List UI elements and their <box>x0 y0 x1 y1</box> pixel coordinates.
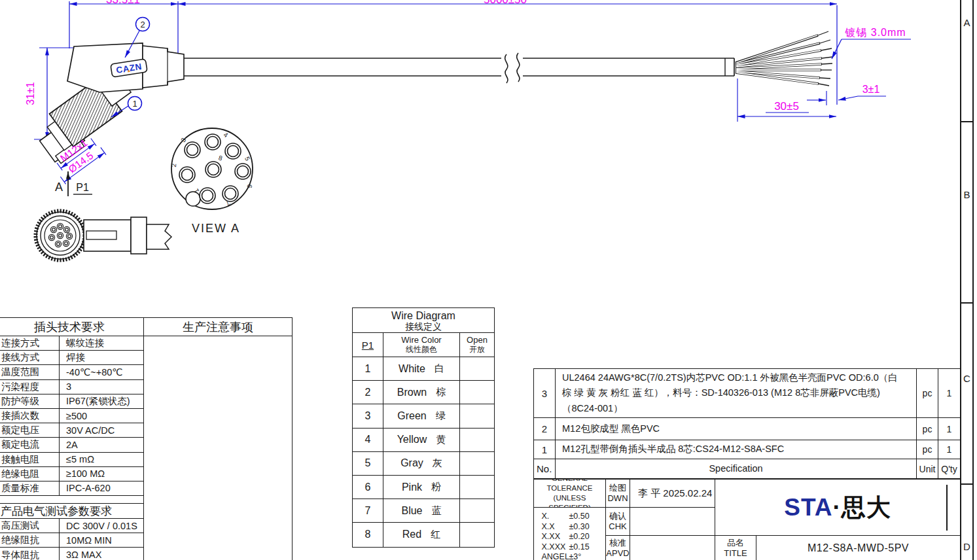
table-gap <box>0 496 143 504</box>
section-letter: A <box>55 181 63 194</box>
dimension-3: 3±1 <box>807 84 886 105</box>
zone-letter-d: D <box>960 541 974 552</box>
svg-text:2: 2 <box>140 20 145 29</box>
right-angle-connector <box>40 43 184 166</box>
bom-row: 2M12包胶成型 黑色PVCpc1 <box>534 418 960 440</box>
svg-text:1: 1 <box>132 99 137 109</box>
svg-text:3±1: 3±1 <box>862 84 880 95</box>
tolerance-list: X.±0.50 X.X±0.30 X.XX±0.20 X.XXX±0.15 AN… <box>534 508 606 560</box>
zone-letter-a: A <box>960 17 974 28</box>
wire-diagram-title-cn: 接线定义 <box>405 322 442 332</box>
zone-letter-b: B <box>960 189 974 200</box>
part-number: M12-S8A-MWD-5PV <box>756 536 960 560</box>
dwn-value: 李 平 2025.02.24 <box>630 480 715 508</box>
view-a-label: VIEW A <box>192 222 240 235</box>
bom-row: 1M12孔型带倒角插头半成品 8芯:CS24-M12-S8A-SFCpc1 <box>534 440 960 459</box>
tech-table-title: 插头技术要求 <box>0 318 143 336</box>
chk-value <box>630 508 715 536</box>
wire-row: 3Green绿 <box>353 404 494 428</box>
wire-row: 6Pink粉 <box>353 476 494 499</box>
electrical-test-title: 产品电气测试参数要求 <box>0 504 143 519</box>
zone-border-strip <box>960 0 974 560</box>
bom-row: 3UL2464 24AWG*8C(7/0.2TS)内芯PVC OD:1.1 外被… <box>534 369 960 418</box>
wire-row: 5Gray灰 <box>353 452 494 476</box>
section-port: P1 <box>76 182 89 193</box>
cable <box>184 53 734 83</box>
dimension-5000: 5000±50 <box>178 0 837 105</box>
wire-row: 1White白 <box>353 357 494 381</box>
col-p1: P1 <box>362 340 374 351</box>
svg-text:30±5: 30±5 <box>774 100 799 113</box>
bom-header-row: No.SpecificationUnitQ'ty <box>534 459 960 478</box>
apvd-label: 核准APVD <box>606 536 630 560</box>
keyway-notch <box>186 192 200 206</box>
title-block: GENERAL TOLERANCE (UNLESS SPECIFIED) X.±… <box>533 479 961 560</box>
view-a-face: 1 2 3 4 5 6 7 8 <box>170 128 254 209</box>
general-tolerance-title: GENERAL TOLERANCE (UNLESS SPECIFIED) <box>534 480 606 508</box>
dim-33-text: 33.5±1 <box>106 0 140 6</box>
svg-text:镀锡 3.0mm: 镀锡 3.0mm <box>845 27 906 38</box>
tin-plating-label: 镀锡 3.0mm <box>832 27 911 59</box>
apvd-value <box>630 536 715 560</box>
chk-label: 确认CHK <box>606 508 630 536</box>
dim-5000-text: 5000±50 <box>484 0 527 6</box>
side-view-connector <box>36 211 172 260</box>
bom-table: 3UL2464 24AWG*8C(7/0.2TS)内芯PVC OD:1.1 外被… <box>533 368 961 479</box>
wire-row: 7Blue蓝 <box>353 499 494 523</box>
wire-diagram-title-en: Wire Diagram <box>391 311 455 322</box>
part-name-label: 品名TITLE <box>715 536 756 560</box>
production-notes-empty <box>144 336 292 560</box>
wire-diagram-table: Wire Diagram 接线定义 P1 Wire Color线性颜色 Open… <box>352 307 495 548</box>
dwn-label: 绘图DWN <box>606 480 630 508</box>
production-notes-title: 生产注意事项 <box>144 318 292 336</box>
wire-row: 4Yellow黄 <box>353 429 494 452</box>
wire-fan <box>736 31 832 86</box>
dim-31-text: 31±1 <box>25 82 36 105</box>
wire-row: 8Red红 <box>353 523 494 546</box>
wire-row: 2Brown棕 <box>353 381 494 404</box>
sta-logo: STA·思大 <box>715 480 960 536</box>
zone-letter-c: C <box>960 373 974 384</box>
drawing-sheet: 33.5±1 5000±50 31±1 <box>0 0 977 560</box>
logo-rule <box>946 485 948 531</box>
tech-requirements-table: 插头技术要求 连接方式螺纹连接 接线方式焊接 温度范围-40℃~+80℃ 污染程… <box>0 317 293 560</box>
